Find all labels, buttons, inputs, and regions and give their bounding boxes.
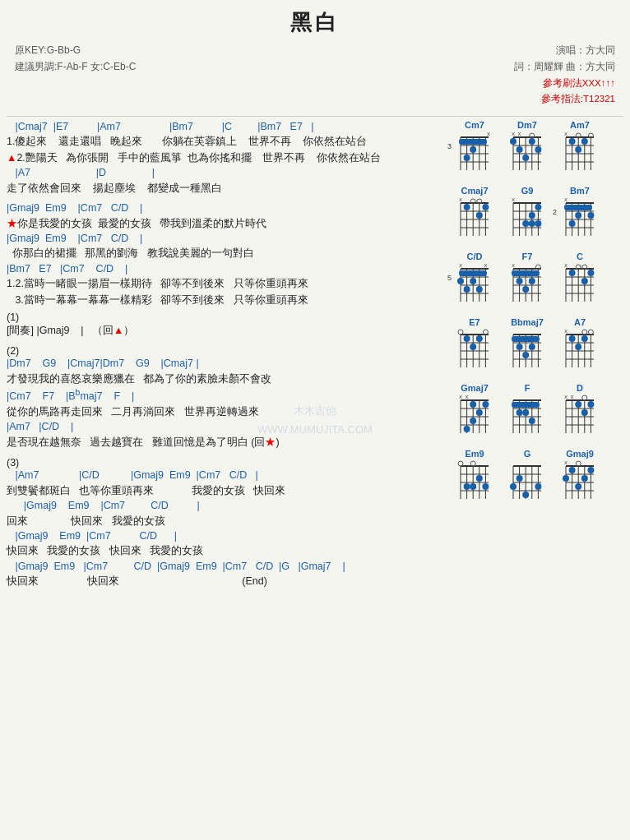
chord-gmaj7: Gmaj7 x x: [451, 383, 498, 439]
svg-point-146: [464, 335, 470, 342]
lyric-line: 走了依然會回來 揚起塵埃 都變成一種黑白: [7, 181, 446, 196]
section-5: (1) [間奏] |Gmaj9 | （回▲）: [7, 312, 446, 339]
chord-a7: A7 x: [556, 317, 604, 373]
chord-dm7: Dm7 x: [503, 120, 551, 176]
chord-line: |Am7 |C/D |: [7, 420, 446, 435]
svg-point-233: [464, 483, 470, 490]
chord-diagram-svg: x: [456, 196, 493, 239]
chord-row-5: Gmaj7 x x: [451, 383, 623, 439]
svg-point-159: [517, 344, 523, 350]
svg-point-203: [517, 409, 523, 416]
chord-line: |Gmaj9 Em9 |Cm7 C/D |: [7, 529, 446, 544]
meta-right: 演唱：方大同 詞：周耀輝 曲：方大同 參考刷法XXX↑↑↑ 參考指法:T1232…: [514, 42, 615, 108]
svg-point-101: [457, 278, 464, 284]
svg-point-235: [482, 483, 489, 490]
chord-line: |Cmaj7 |E7 |Am7 |Bm7 |C |Bm7 E7 |: [7, 120, 446, 135]
chord-diagram-svg: x x: [456, 394, 493, 436]
ref2: 參考指法:T12321: [514, 91, 615, 108]
section-4: |Bm7 E7 |Cm7 C/D | 1.2.當時一睹眼一揚眉一樣期待 卻等不到…: [7, 262, 446, 308]
svg-text:x: x: [564, 262, 567, 269]
svg-point-220: [581, 409, 588, 416]
meta-area: 原KEY:G-Bb-G 建議男調:F-Ab-F 女:C-Eb-C 演唱：方大同 …: [15, 42, 615, 108]
svg-point-43: [581, 138, 588, 145]
page: 黑白 原KEY:G-Bb-G 建議男調:F-Ab-F 女:C-Eb-C 演唱：方…: [0, 0, 630, 840]
svg-point-28: [535, 146, 541, 153]
chord-diagram-svg: [508, 394, 546, 436]
chord-line: |Dm7 G9 |Cmaj7|Dm7 G9 |Cmaj7 |: [7, 357, 446, 372]
lyric-line: 快回來 快回來 (End): [7, 574, 446, 589]
chord-line: |A7 |D |: [7, 166, 446, 181]
svg-text:x: x: [466, 394, 469, 400]
svg-point-263: [581, 475, 588, 482]
lyric-line: 回來 快回來 我愛的女孩: [7, 514, 446, 529]
chord-row-3: C/D 5 x: [451, 252, 623, 307]
chord-diagram-svg: [508, 459, 546, 502]
svg-rect-9: [459, 139, 487, 145]
chord-bbmaj7: Bbmaj7: [503, 317, 551, 373]
svg-point-148: [470, 344, 476, 350]
suggest-key: 建議男調:F-Ab-F 女:C-Eb-C: [15, 58, 136, 75]
svg-point-44: [575, 146, 581, 153]
svg-point-132: [569, 270, 576, 276]
svg-point-175: [581, 335, 588, 342]
svg-point-219: [587, 401, 594, 408]
svg-point-189: [482, 401, 489, 408]
svg-point-245: [510, 483, 517, 490]
svg-point-86: [575, 212, 581, 219]
svg-point-11: [464, 155, 470, 161]
chord-diagram-svg: x x: [508, 131, 546, 173]
svg-point-57: [464, 204, 470, 210]
svg-rect-100: [459, 270, 487, 276]
svg-point-74: [535, 220, 541, 227]
lyric-line: 從你的馬路再走回來 二月再淌回來 世界再逆轉過來: [7, 404, 446, 420]
singer: 演唱：方大同: [514, 42, 615, 58]
chord-row-6: Em9: [451, 449, 623, 505]
chord-e7: E7: [451, 317, 498, 373]
section-7: (3) |Am7 |C/D |Gmaj9 Em9 |Cm7 C/D | 到雙鬢都…: [7, 457, 446, 590]
svg-text:x: x: [459, 262, 462, 269]
svg-point-72: [522, 220, 529, 227]
chord-diagram-svg: x x: [456, 262, 493, 305]
svg-rect-85: [564, 205, 592, 210]
svg-text:x: x: [518, 131, 521, 137]
svg-text:x: x: [459, 394, 462, 400]
svg-text:x: x: [487, 131, 490, 137]
section-3: |Gmaj9 Em9 |Cm7 C/D | ★你是我愛的女孩 最愛的女孩 帶我到…: [7, 201, 446, 262]
svg-point-58: [482, 204, 489, 210]
svg-point-27: [517, 146, 523, 153]
svg-text:x: x: [564, 394, 567, 400]
svg-point-205: [529, 418, 535, 424]
lyric-line: 你那白的裙擺 那黑的劉海 教我說美麗的一句對白: [7, 246, 446, 261]
chord-line: |Gmaj9 Em9 |Cm7 C/D |: [7, 499, 446, 514]
svg-point-191: [470, 418, 476, 424]
lyric-line: 1.2.當時一睹眼一揚眉一樣期待 卻等不到後來 只等你重頭再來: [7, 276, 446, 292]
chord-f7: F7 x: [503, 252, 551, 307]
chord-line: |Cm7 F7 |Bbmaj7 F |: [7, 387, 446, 404]
chord-diagram-svg: [456, 459, 493, 502]
svg-point-161: [522, 352, 529, 358]
svg-point-10: [470, 146, 476, 153]
svg-text:x: x: [564, 459, 567, 466]
svg-point-42: [569, 138, 576, 145]
interlude: [間奏] |Gmaj9 | （回▲）: [7, 323, 446, 339]
chord-cd: C/D 5 x: [451, 252, 498, 307]
svg-text:x: x: [564, 196, 567, 203]
svg-point-192: [464, 426, 470, 432]
meta-left: 原KEY:G-Bb-G 建議男調:F-Ab-F 女:C-Eb-C: [15, 42, 136, 108]
svg-point-88: [569, 220, 576, 227]
svg-point-25: [510, 138, 517, 145]
chord-diagram-svg: x: [561, 196, 599, 239]
svg-point-248: [522, 492, 529, 498]
chord-row-4: E7: [451, 317, 623, 373]
svg-text:x: x: [459, 196, 462, 203]
svg-point-133: [587, 270, 594, 276]
svg-point-174: [569, 335, 576, 342]
svg-rect-202: [512, 402, 540, 408]
chord-diagrams: Cm7 3: [451, 120, 623, 590]
svg-text:x: x: [564, 328, 567, 335]
chord-diagram-svg: x: [561, 131, 599, 173]
svg-point-246: [517, 475, 523, 482]
chord-diagram-svg: [456, 328, 493, 371]
separator: [7, 116, 623, 117]
chord-diagram-svg: x: [508, 196, 546, 239]
